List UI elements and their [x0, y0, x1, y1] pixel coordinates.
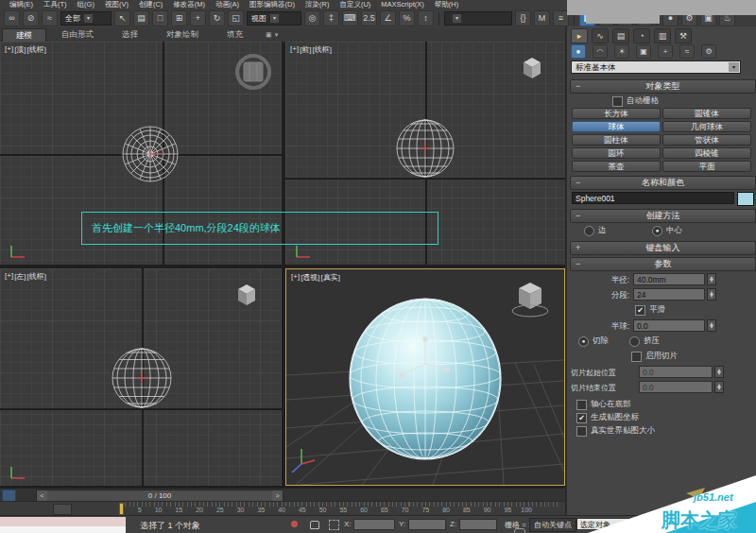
viewport-menu-plus[interactable]: [+] [291, 272, 300, 283]
maxscript-mini-listener-white[interactable] [0, 526, 126, 533]
rollout-parameters[interactable]: −参数 [570, 257, 756, 271]
menu-item[interactable]: 图形编辑器(D) [249, 0, 295, 9]
subtab-geometry[interactable]: ● [571, 44, 586, 59]
subtab-lights[interactable]: ☀ [614, 44, 629, 59]
percent-snap-icon[interactable]: % [399, 10, 415, 26]
ribbon-minimize-icon[interactable]: ▣ ▾ [258, 28, 278, 42]
edit-named-selections-icon[interactable]: {} [515, 10, 531, 26]
y-coordinate-field[interactable] [408, 519, 446, 530]
primitive-button[interactable]: 圆环 [572, 147, 661, 159]
next-frame-button[interactable]: > [272, 490, 283, 501]
ribbon-tab[interactable]: 对象绘制 [153, 28, 212, 42]
object-color-swatch[interactable] [737, 192, 754, 206]
menu-item[interactable]: 帮助(H) [435, 0, 458, 9]
mirror-icon[interactable]: M [534, 10, 550, 26]
subtab-helpers[interactable]: + [658, 44, 673, 59]
object-name-field[interactable]: Sphere001 [572, 192, 734, 204]
keyboard-override-icon[interactable]: ⌨ [342, 10, 358, 26]
menu-item[interactable]: 创建(C) [139, 0, 163, 9]
primitive-button[interactable]: 长方体 [572, 108, 661, 119]
ribbon-tab[interactable]: 选择 [109, 28, 151, 42]
viewport-name[interactable]: [透视] [301, 272, 319, 283]
track-bar-ruler[interactable]: 5101520253035404550556065707580859095100 [0, 501, 565, 516]
subtab-spacewarps[interactable]: ≈ [679, 44, 695, 59]
transform-gizmo-toggle-icon[interactable] [329, 520, 339, 530]
current-frame-marker[interactable] [119, 503, 124, 515]
ribbon-tab[interactable]: 自由形式 [48, 28, 107, 42]
viewcube-icon[interactable] [232, 51, 274, 93]
ribbon-tab[interactable]: 填充 [214, 28, 256, 42]
tab-hierarchy[interactable]: ▤ [612, 28, 629, 43]
viewport-shading[interactable]: [线框] [27, 44, 46, 55]
selection-region-icon[interactable]: □ [152, 10, 168, 26]
rollout-keyboard-entry[interactable]: + 键盘输入 [570, 241, 756, 255]
viewport-shading[interactable]: [真实] [321, 272, 340, 283]
z-coordinate-field[interactable] [459, 519, 497, 530]
slice-from-spinner[interactable] [714, 366, 724, 378]
viewport-name[interactable]: [顶] [14, 44, 26, 55]
menu-item[interactable]: 编辑(E) [9, 0, 33, 9]
unlink-selection-icon[interactable]: ⊘ [23, 10, 39, 26]
enable-slice-checkbox[interactable]: 启用切片 [631, 351, 678, 362]
reference-coordinate-dropdown[interactable]: 视图 ▾ [247, 11, 301, 26]
viewport-perspective-active[interactable]: [+] [透视] [真实] [285, 268, 565, 486]
viewport-menu-plus[interactable]: [+] [5, 44, 13, 55]
rollout-creation-method[interactable]: −创建方法 [570, 209, 756, 223]
angle-snap-icon[interactable]: ∠ [380, 10, 396, 26]
segments-spinner[interactable] [707, 288, 716, 301]
hemisphere-field[interactable]: 0.0 [633, 319, 705, 332]
smooth-checkbox[interactable]: ✔ 平滑 [635, 304, 665, 316]
snap-toggle-icon[interactable]: 2.5 [361, 10, 377, 26]
isolate-pin-icon[interactable] [291, 521, 298, 527]
slice-from-field[interactable]: 0.0 [639, 366, 713, 378]
tab-modify[interactable]: ∿ [592, 28, 609, 43]
select-and-scale-icon[interactable]: ◱ [228, 10, 244, 26]
rollout-object-type[interactable]: −对象类型 [570, 79, 756, 94]
tab-motion[interactable]: ◔ [633, 28, 650, 43]
primitive-button[interactable]: 圆锥体 [662, 108, 751, 119]
primitive-button[interactable]: 茶壶 [572, 161, 661, 172]
select-object-icon[interactable]: ↖ [114, 10, 130, 26]
ribbon-tab[interactable]: 建模 [2, 28, 46, 42]
autogrid-checkbox[interactable]: 自动栅格 [612, 95, 659, 107]
checkbox[interactable] [612, 96, 623, 107]
creation-center-radio[interactable]: ● 中心 [652, 225, 682, 236]
viewport-shading[interactable]: [线框] [313, 44, 332, 55]
selection-lock-icon[interactable] [310, 521, 319, 529]
named-selection-sets-dropdown[interactable]: ▾ [444, 11, 512, 26]
subtab-shapes[interactable]: ◠ [593, 44, 608, 59]
select-by-name-icon[interactable]: ▤ [133, 10, 149, 26]
rollout-name-color[interactable]: −名称和颜色 [570, 176, 756, 190]
chop-radio[interactable]: ● 切除 [578, 335, 609, 347]
generate-mapping-coords-checkbox[interactable]: ✔ 生成贴图坐标 [576, 412, 639, 423]
primitive-button[interactable]: 平面 [662, 161, 751, 172]
primitive-button[interactable]: 管状体 [662, 134, 751, 146]
radius-spinner[interactable] [707, 273, 716, 285]
slice-to-field[interactable]: 0.0 [639, 381, 713, 393]
viewcube-icon[interactable] [232, 280, 261, 308]
menu-item[interactable]: 动画(A) [215, 0, 239, 9]
subtab-systems[interactable]: ⚙ [701, 44, 716, 59]
squash-radio[interactable]: 挤压 [629, 335, 660, 347]
primitive-button[interactable]: 四棱锥 [662, 147, 751, 159]
tab-display[interactable]: ▥ [654, 28, 671, 43]
menu-item[interactable]: MAXScript(X) [381, 0, 423, 9]
primitive-category-dropdown[interactable]: 标准基本体 ▾ [571, 60, 741, 74]
maxscript-mini-listener-pink[interactable] [0, 517, 126, 526]
segments-field[interactable]: 24 [633, 288, 705, 301]
viewport-name[interactable]: [前] [300, 44, 311, 55]
slice-to-spinner[interactable] [714, 381, 724, 393]
menu-item[interactable]: 修改器(M) [173, 0, 205, 9]
primitive-button[interactable]: 几何球体 [662, 121, 751, 132]
menu-item[interactable]: 视图(V) [105, 0, 129, 9]
window-crossing-icon[interactable]: ⊞ [171, 10, 187, 26]
primitive-button[interactable]: 圆柱体 [572, 134, 661, 146]
creation-edge-radio[interactable]: 边 [584, 225, 607, 236]
menu-item[interactable]: 自定义(U) [339, 0, 370, 9]
spinner-snap-icon[interactable]: ↕ [418, 10, 434, 26]
select-and-rotate-icon[interactable]: ↻ [209, 10, 225, 26]
menu-item[interactable]: 渲染(R) [305, 0, 329, 9]
base-to-pivot-checkbox[interactable]: 轴心在底部 [576, 399, 631, 410]
viewport-menu-plus[interactable]: [+] [5, 271, 13, 282]
viewcube-icon[interactable] [518, 53, 546, 81]
